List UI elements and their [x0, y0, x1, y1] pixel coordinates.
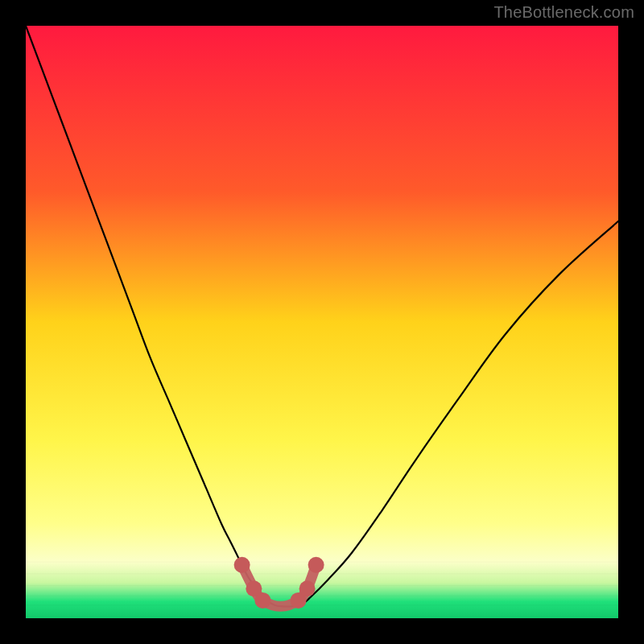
accent-dot	[308, 557, 324, 573]
stage: TheBottleneck.com	[0, 0, 644, 644]
accent-dot	[299, 580, 316, 597]
accent-dot	[234, 557, 250, 573]
chart-svg	[26, 26, 618, 618]
plot-area	[26, 26, 618, 618]
gradient-background	[26, 26, 618, 618]
watermark-text: TheBottleneck.com	[493, 3, 634, 22]
accent-dot	[254, 592, 270, 609]
